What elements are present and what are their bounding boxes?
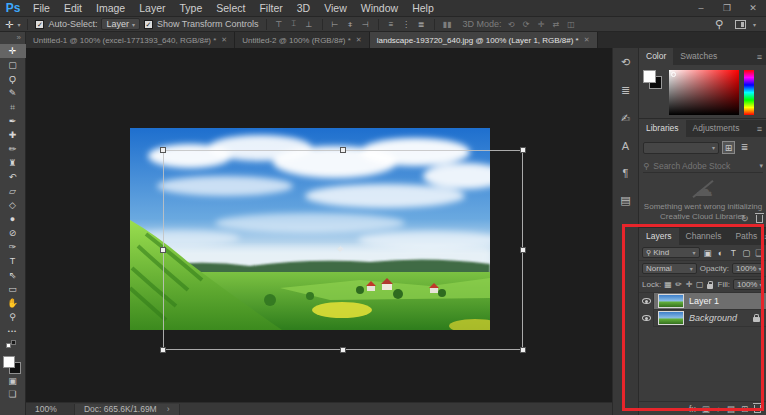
distribute-spacing-icon[interactable]: ▮▮ bbox=[442, 20, 453, 29]
transform-handle-right[interactable] bbox=[520, 247, 526, 253]
menu-file[interactable]: File bbox=[26, 0, 57, 17]
layer-thumbnail[interactable] bbox=[658, 294, 684, 308]
tab-libraries[interactable]: Libraries bbox=[639, 120, 686, 137]
lock-artboard-icon[interactable]: ▢ bbox=[696, 280, 704, 289]
search-icon[interactable]: ⚲ bbox=[715, 18, 723, 31]
zoom-tool[interactable]: ⚲ bbox=[0, 310, 26, 324]
transform-bounding-box[interactable]: ⌖ bbox=[163, 150, 523, 350]
layer-style-icon[interactable]: fx bbox=[689, 404, 696, 414]
align-bottom-icon[interactable]: ⊥ bbox=[304, 20, 315, 29]
tab-swatches[interactable]: Swatches bbox=[673, 48, 724, 65]
lasso-tool[interactable]: Ϙ bbox=[0, 72, 26, 86]
new-group-icon[interactable]: ▤ bbox=[727, 404, 735, 414]
edit-toolbar-icon[interactable]: ••• bbox=[0, 324, 26, 338]
transform-handle-bottom-right[interactable] bbox=[520, 347, 526, 353]
layer-name[interactable]: Background bbox=[689, 313, 737, 323]
status-expander-icon[interactable]: › bbox=[167, 404, 170, 414]
menu-type[interactable]: Type bbox=[172, 0, 209, 17]
adjustment-layer-icon[interactable]: ◐ bbox=[716, 404, 721, 414]
transform-handle-top[interactable] bbox=[340, 147, 346, 153]
restore-button[interactable]: ❐ bbox=[714, 0, 740, 16]
lock-pixels-icon[interactable]: ✏ bbox=[675, 280, 683, 289]
close-tab-icon[interactable]: ✕ bbox=[221, 36, 227, 44]
panel-menu-icon[interactable]: ≡ bbox=[757, 124, 766, 134]
new-layer-icon[interactable]: ⊞ bbox=[741, 404, 748, 414]
gradient-tool[interactable]: ◇ bbox=[0, 198, 26, 212]
spot-healing-tool[interactable]: ✚ bbox=[0, 128, 26, 142]
menu-select[interactable]: Select bbox=[209, 0, 252, 17]
trash-icon[interactable] bbox=[756, 215, 763, 223]
align-hcenter-icon[interactable]: ǂ bbox=[345, 20, 356, 29]
type-tool[interactable]: T bbox=[0, 254, 26, 268]
minimize-button[interactable]: – bbox=[688, 0, 714, 16]
auto-select-dropdown[interactable]: Layer ▾ bbox=[101, 18, 140, 30]
filter-smart-objects-icon[interactable]: ❏ bbox=[754, 248, 764, 258]
transform-handle-left[interactable] bbox=[160, 247, 166, 253]
foreground-color-swatch[interactable] bbox=[643, 70, 656, 83]
color-picker-marker[interactable] bbox=[671, 72, 676, 77]
menu-help[interactable]: Help bbox=[405, 0, 441, 17]
pan-3d-icon[interactable]: ✛ bbox=[536, 20, 547, 29]
lock-position-icon[interactable]: ✛ bbox=[685, 280, 693, 289]
library-search-field[interactable]: ⚲ Search Adobe Stock ▾ bbox=[643, 159, 763, 173]
hue-slider[interactable] bbox=[744, 70, 754, 115]
zoom-level[interactable]: 100% bbox=[26, 404, 66, 414]
align-top-icon[interactable]: ⊤ bbox=[274, 20, 285, 29]
menu-image[interactable]: Image bbox=[89, 0, 132, 17]
filter-shape-layers-icon[interactable]: ▢ bbox=[741, 248, 751, 258]
saturation-brightness-field[interactable] bbox=[669, 70, 739, 115]
tab-layers[interactable]: Layers bbox=[639, 228, 679, 245]
opacity-dropdown[interactable]: 100% ▾ bbox=[732, 263, 764, 274]
menu-layer[interactable]: Layer bbox=[132, 0, 172, 17]
link-layers-icon[interactable]: ∞ bbox=[677, 404, 683, 414]
transform-handle-bottom-left[interactable] bbox=[160, 347, 166, 353]
marquee-tool[interactable]: ▢ bbox=[0, 58, 26, 72]
document-tab-landscape[interactable]: landscape-193720_640.jpg @ 100% (Layer 1… bbox=[370, 32, 598, 48]
tool-preset-caret-icon[interactable]: ▾ bbox=[17, 21, 20, 28]
crop-tool[interactable]: ⌗ bbox=[0, 100, 26, 114]
brush-tool[interactable]: ✏ bbox=[0, 142, 26, 156]
eyedropper-tool[interactable]: ✒ bbox=[0, 114, 26, 128]
transform-handle-top-right[interactable] bbox=[520, 147, 526, 153]
filter-kind-dropdown[interactable]: ⚲ Kind ▾ bbox=[642, 247, 700, 258]
align-left-icon[interactable]: ⊢ bbox=[330, 20, 341, 29]
close-button[interactable]: ✕ bbox=[740, 0, 766, 16]
transform-reference-point-icon[interactable]: ⌖ bbox=[337, 242, 344, 256]
filter-adjustment-layers-icon[interactable]: ◐ bbox=[715, 248, 725, 258]
dodge-tool[interactable]: ⊘ bbox=[0, 226, 26, 240]
align-vcenter-icon[interactable]: ⌶ bbox=[289, 19, 300, 29]
cloud-sync-icon[interactable]: ↻ bbox=[741, 213, 749, 224]
auto-select-checkbox[interactable]: ✓ bbox=[35, 20, 44, 29]
tab-color[interactable]: Color bbox=[639, 48, 673, 65]
align-right-icon[interactable]: ⊣ bbox=[360, 20, 371, 29]
quick-selection-tool[interactable]: ✎ bbox=[0, 86, 26, 100]
close-tab-icon[interactable]: ✕ bbox=[584, 36, 590, 44]
toolbar-collapse-icon[interactable]: » bbox=[0, 32, 25, 44]
visibility-toggle[interactable] bbox=[639, 310, 654, 327]
roll-3d-icon[interactable]: ⟳ bbox=[521, 20, 532, 29]
dolly-3d-icon[interactable]: ◫ bbox=[566, 20, 577, 29]
delete-layer-icon[interactable] bbox=[754, 405, 761, 413]
move-tool[interactable]: ✛ bbox=[0, 44, 26, 58]
list-view-icon[interactable]: ≣ bbox=[738, 141, 751, 154]
close-tab-icon[interactable]: ✕ bbox=[356, 36, 362, 44]
panel-menu-icon[interactable]: ≡ bbox=[757, 52, 766, 62]
layer-row-background[interactable]: Background bbox=[639, 310, 766, 327]
distribute-bottom-icon[interactable]: ≣ bbox=[416, 20, 427, 29]
tab-paths[interactable]: Paths bbox=[728, 228, 764, 245]
path-selection-tool[interactable]: ⇖ bbox=[0, 268, 26, 282]
slide-3d-icon[interactable]: ⇄ bbox=[551, 20, 562, 29]
paragraph-panel-icon[interactable]: ¶ bbox=[623, 167, 629, 179]
tab-adjustments[interactable]: Adjustments bbox=[686, 120, 747, 137]
clone-stamp-tool[interactable]: ♜ bbox=[0, 156, 26, 170]
transform-handle-top-left[interactable] bbox=[160, 147, 166, 153]
tab-channels[interactable]: Channels bbox=[679, 228, 729, 245]
menu-filter[interactable]: Filter bbox=[252, 0, 289, 17]
menu-view[interactable]: View bbox=[317, 0, 354, 17]
menu-window[interactable]: Window bbox=[354, 0, 405, 17]
history-panel-icon[interactable]: ⟲ bbox=[621, 56, 630, 69]
quick-mask-icon[interactable]: ▣ bbox=[0, 375, 26, 388]
eraser-tool[interactable]: ▱ bbox=[0, 184, 26, 198]
foreground-color-swatch[interactable] bbox=[3, 356, 15, 368]
blur-tool[interactable]: ● bbox=[0, 212, 26, 226]
